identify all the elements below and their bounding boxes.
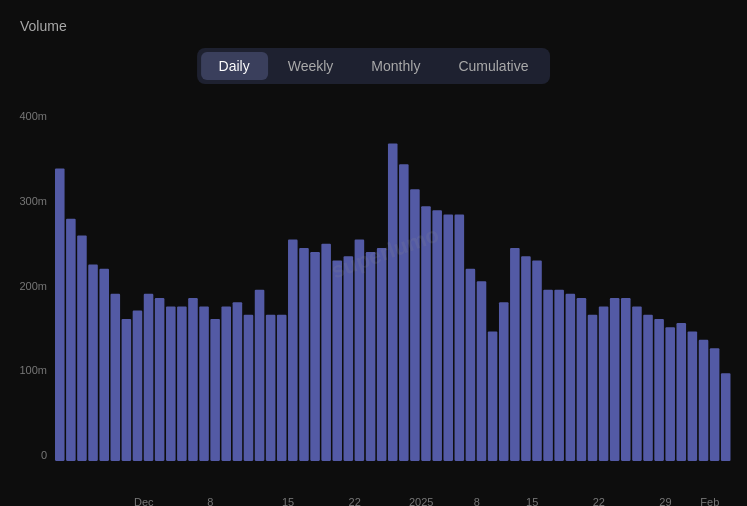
svg-rect-47 — [577, 298, 587, 461]
x-label-8: 8 — [474, 496, 480, 506]
x-label-15: 15 — [282, 496, 294, 506]
svg-rect-10 — [166, 306, 176, 461]
svg-rect-44 — [543, 290, 553, 461]
svg-rect-48 — [588, 315, 598, 461]
svg-rect-32 — [410, 189, 420, 461]
y-label-200m: 200m — [19, 280, 47, 292]
svg-rect-55 — [665, 327, 675, 461]
svg-rect-54 — [654, 319, 664, 461]
svg-rect-51 — [621, 298, 631, 461]
svg-rect-26 — [344, 256, 354, 461]
svg-rect-56 — [676, 323, 686, 461]
svg-rect-40 — [499, 302, 509, 461]
svg-rect-41 — [510, 248, 520, 461]
svg-rect-7 — [133, 311, 143, 461]
chart-container: Volume Daily Weekly Monthly Cumulative 4… — [0, 0, 747, 506]
svg-rect-33 — [421, 206, 431, 461]
svg-rect-59 — [710, 348, 720, 461]
svg-rect-15 — [221, 306, 231, 461]
svg-rect-28 — [366, 252, 376, 461]
svg-rect-14 — [210, 319, 220, 461]
svg-rect-23 — [310, 252, 320, 461]
svg-rect-60 — [721, 373, 731, 461]
svg-rect-11 — [177, 306, 187, 461]
svg-rect-43 — [532, 260, 542, 461]
svg-rect-39 — [488, 331, 498, 461]
bar-chart-svg — [55, 110, 732, 461]
x-label-22: 22 — [593, 496, 605, 506]
svg-rect-58 — [699, 340, 709, 461]
svg-rect-27 — [355, 240, 365, 461]
x-label-22: 22 — [349, 496, 361, 506]
svg-rect-12 — [188, 298, 198, 461]
x-label-29: 29 — [659, 496, 671, 506]
svg-rect-3 — [88, 265, 98, 461]
svg-rect-34 — [432, 210, 442, 461]
y-label-0: 0 — [41, 449, 47, 461]
svg-rect-20 — [277, 315, 287, 461]
svg-rect-30 — [388, 143, 398, 461]
x-label-8: 8 — [207, 496, 213, 506]
tab-daily[interactable]: Daily — [201, 52, 268, 80]
x-label-2025: 2025 — [409, 496, 433, 506]
svg-rect-9 — [155, 298, 165, 461]
svg-rect-50 — [610, 298, 620, 461]
svg-rect-25 — [332, 260, 342, 461]
x-label-15: 15 — [526, 496, 538, 506]
tab-weekly[interactable]: Weekly — [270, 52, 352, 80]
svg-rect-0 — [55, 168, 65, 461]
svg-rect-16 — [233, 302, 243, 461]
chart-title: Volume — [20, 18, 67, 34]
svg-rect-8 — [144, 294, 154, 461]
y-label-400m: 400m — [19, 110, 47, 122]
svg-rect-18 — [255, 290, 265, 461]
svg-rect-29 — [377, 248, 387, 461]
tab-cumulative[interactable]: Cumulative — [440, 52, 546, 80]
svg-rect-6 — [122, 319, 132, 461]
svg-rect-53 — [643, 315, 653, 461]
tab-bar: Daily Weekly Monthly Cumulative — [197, 48, 551, 84]
x-label-Dec: Dec — [134, 496, 154, 506]
svg-rect-35 — [443, 215, 453, 461]
svg-rect-42 — [521, 256, 531, 461]
svg-rect-19 — [266, 315, 276, 461]
svg-rect-13 — [199, 306, 209, 461]
svg-rect-4 — [99, 269, 109, 461]
svg-rect-21 — [288, 240, 298, 461]
svg-rect-1 — [66, 219, 76, 461]
svg-rect-46 — [566, 294, 576, 461]
y-label-300m: 300m — [19, 195, 47, 207]
tab-monthly[interactable]: Monthly — [353, 52, 438, 80]
svg-rect-57 — [688, 331, 698, 461]
bar-chart-area — [55, 110, 732, 461]
y-axis: 400m 300m 200m 100m 0 — [0, 110, 55, 461]
svg-rect-45 — [554, 290, 564, 461]
svg-rect-24 — [321, 244, 331, 461]
svg-rect-22 — [299, 248, 309, 461]
svg-rect-37 — [466, 269, 476, 461]
svg-rect-2 — [77, 235, 87, 461]
svg-rect-5 — [111, 294, 121, 461]
x-label-Feb: Feb — [700, 496, 719, 506]
svg-rect-17 — [244, 315, 254, 461]
svg-rect-36 — [455, 215, 465, 461]
y-label-100m: 100m — [19, 364, 47, 376]
svg-rect-49 — [599, 306, 609, 461]
svg-rect-52 — [632, 306, 642, 461]
svg-rect-31 — [399, 164, 409, 461]
svg-rect-38 — [477, 281, 487, 461]
